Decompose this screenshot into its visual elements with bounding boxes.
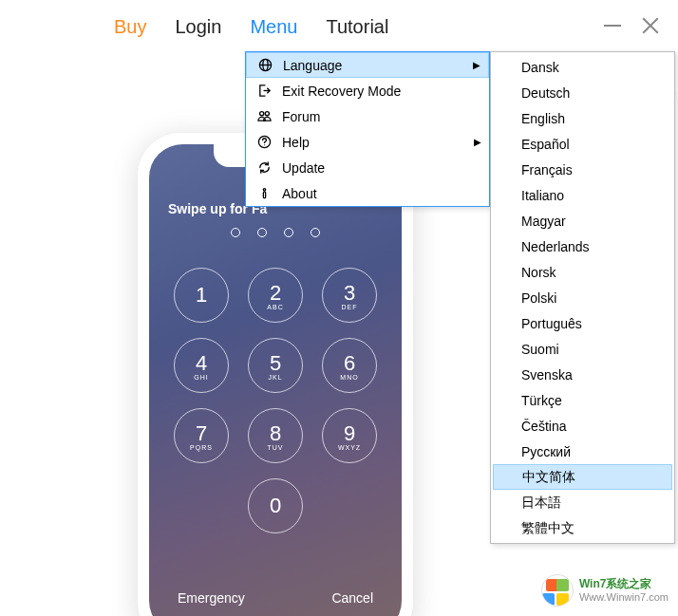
keypad-letters: WXYZ — [338, 444, 361, 451]
nav-login[interactable]: Login — [175, 16, 221, 38]
window-controls — [604, 17, 659, 34]
keypad-key-4[interactable]: 4GHI — [174, 338, 229, 393]
keypad-letters: GHI — [194, 374, 208, 381]
keypad-key-6[interactable]: 6MNO — [322, 338, 377, 393]
language-option[interactable]: 日本語 — [493, 490, 672, 515]
keypad-num: 9 — [344, 421, 355, 446]
menu-item-label: Language — [275, 58, 473, 73]
keypad-letters: TUV — [268, 444, 284, 451]
keypad-key-9[interactable]: 9WXYZ — [322, 408, 377, 463]
keypad-num: 0 — [270, 494, 281, 518]
keypad-num: 7 — [196, 421, 207, 446]
menu-item-language[interactable]: Language▶ — [246, 52, 489, 78]
language-option[interactable]: Nederlands — [493, 233, 672, 259]
passcode-dot — [257, 228, 267, 237]
submenu-arrow-icon: ▶ — [473, 60, 480, 70]
watermark-text: Win7系统之家 Www.Winwin7.com — [579, 577, 669, 604]
help-icon — [254, 135, 274, 149]
exit-icon — [254, 84, 274, 98]
keypad-key-3[interactable]: 3DEF — [322, 268, 377, 323]
language-option[interactable]: Čeština — [493, 413, 672, 439]
language-option[interactable]: Polski — [493, 285, 672, 310]
language-submenu: DanskDeutschEnglishEspañolFrançaisItalia… — [490, 51, 675, 544]
watermark-logo — [541, 574, 574, 607]
menu-item-about[interactable]: About — [246, 180, 489, 206]
language-option[interactable]: Norsk — [493, 259, 672, 285]
keypad-key-5[interactable]: 5JKL — [248, 338, 303, 393]
nav-buy[interactable]: Buy — [114, 16, 146, 38]
refresh-icon — [254, 160, 274, 175]
globe-icon — [254, 58, 275, 72]
menu-dropdown: Language▶Exit Recovery ModeForumHelp▶Upd… — [245, 51, 490, 207]
language-option[interactable]: Español — [493, 131, 672, 157]
menu-item-exit-recovery-mode[interactable]: Exit Recovery Mode — [246, 78, 489, 103]
keypad-num: 5 — [270, 351, 281, 376]
menu-item-update[interactable]: Update — [246, 155, 489, 180]
watermark: Win7系统之家 Www.Winwin7.com — [541, 574, 669, 607]
keypad: 12ABC3DEF4GHI5JKL6MNO7PQRS8TUV9WXYZ0 — [149, 268, 402, 533]
svg-point-3 — [259, 112, 263, 116]
keypad-letters: JKL — [268, 374, 282, 381]
close-button[interactable] — [642, 17, 659, 34]
language-option[interactable]: 繁體中文 — [493, 515, 672, 541]
submenu-arrow-icon: ▶ — [474, 137, 481, 147]
keypad-key-1[interactable]: 1 — [174, 268, 229, 323]
menu-item-label: Help — [274, 135, 474, 150]
keypad-num: 2 — [270, 281, 281, 306]
phone-screen: Swipe up for Fa 12ABC3DEF4GHI5JKL6MNO7PQ… — [149, 144, 402, 616]
keypad-num: 6 — [344, 351, 355, 376]
language-option[interactable]: English — [493, 105, 672, 131]
svg-point-4 — [265, 112, 269, 116]
language-option[interactable]: Русский — [493, 439, 672, 464]
menu-item-forum[interactable]: Forum — [246, 103, 489, 129]
language-option[interactable]: Português — [493, 310, 672, 336]
keypad-key-0[interactable]: 0 — [248, 478, 303, 533]
keypad-num: 3 — [344, 281, 355, 306]
keypad-letters: ABC — [267, 304, 283, 310]
passcode-dots — [149, 228, 402, 237]
keypad-num: 8 — [270, 421, 281, 446]
keypad-key-2[interactable]: 2ABC — [248, 268, 303, 323]
topbar: Buy Login Menu Tutorial — [0, 0, 678, 53]
svg-rect-8 — [263, 192, 265, 198]
language-option[interactable]: Suomi — [493, 336, 672, 362]
users-icon — [254, 109, 274, 123]
language-option[interactable]: Magyar — [493, 208, 672, 233]
language-option[interactable]: Français — [493, 157, 672, 182]
language-option[interactable]: Türkçe — [493, 387, 672, 413]
language-option[interactable]: Deutsch — [493, 80, 672, 105]
watermark-line2: Www.Winwin7.com — [579, 591, 669, 604]
language-option[interactable]: Dansk — [493, 54, 672, 80]
passcode-dot — [284, 228, 293, 237]
keypad-num: 1 — [196, 283, 207, 308]
passcode-dot — [231, 228, 240, 237]
watermark-line1: Win7系统之家 — [579, 577, 669, 590]
passcode-dot — [311, 228, 320, 237]
menu-item-label: Exit Recovery Mode — [274, 84, 481, 99]
language-option[interactable]: 中文简体 — [493, 464, 672, 490]
svg-point-7 — [263, 189, 265, 191]
keypad-key-8[interactable]: 8TUV — [248, 408, 303, 463]
phone-bottom-row: Emergency Cancel — [149, 590, 402, 606]
keypad-letters: PQRS — [190, 444, 213, 451]
minimize-button[interactable] — [604, 25, 621, 27]
cancel-button[interactable]: Cancel — [331, 590, 373, 606]
keypad-letters: MNO — [340, 374, 358, 381]
nav-menu[interactable]: Menu — [250, 16, 297, 38]
language-option[interactable]: Italiano — [493, 182, 672, 208]
menu-item-label: Forum — [274, 109, 481, 124]
keypad-key-7[interactable]: 7PQRS — [174, 408, 229, 463]
language-option[interactable]: Svenska — [493, 362, 672, 387]
menu-item-help[interactable]: Help▶ — [246, 129, 489, 155]
svg-point-6 — [263, 144, 264, 145]
nav-tutorial[interactable]: Tutorial — [326, 16, 388, 38]
keypad-letters: DEF — [342, 304, 358, 310]
info-icon — [254, 186, 274, 200]
keypad-num: 4 — [196, 351, 207, 376]
menu-item-label: Update — [274, 160, 481, 176]
emergency-button[interactable]: Emergency — [178, 590, 245, 606]
menu-item-label: About — [274, 186, 481, 201]
